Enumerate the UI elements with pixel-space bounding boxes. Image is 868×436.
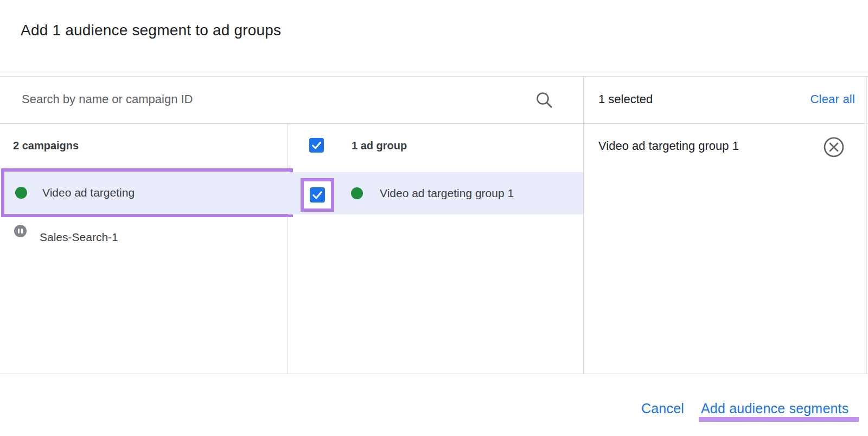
selected-count-label: 1 selected <box>598 92 653 106</box>
clear-all-button[interactable]: Clear all <box>810 92 856 106</box>
campaigns-count-header: 2 campaigns <box>13 140 79 152</box>
dialog-title: Add 1 audience segment to ad groups <box>21 22 281 39</box>
header-row-divider <box>0 123 868 124</box>
panel-right-border <box>866 77 867 374</box>
checkmark-icon <box>309 138 324 153</box>
paused-status-icon <box>14 225 27 237</box>
remove-selected-item-button[interactable] <box>822 136 845 159</box>
campaign-name: Video ad targeting <box>42 172 135 214</box>
enabled-status-icon <box>351 187 363 199</box>
enabled-status-icon <box>15 187 27 199</box>
search-input[interactable] <box>21 86 498 113</box>
panel-top-border <box>0 76 868 77</box>
panel-bottom-border <box>0 374 868 374</box>
annotation-highlight-campaign-row: Video ad targeting <box>1 168 293 217</box>
annotation-highlight-checkbox <box>301 178 334 212</box>
selected-item-label: Video ad targeting group 1 <box>598 139 739 153</box>
ad-group-name: Video ad targeting group 1 <box>380 172 514 214</box>
campaign-row-video-ad-targeting[interactable]: Video ad targeting <box>4 172 290 214</box>
ad-group-checkbox[interactable] <box>310 187 325 203</box>
checkmark-icon <box>310 187 325 203</box>
campaign-row-sales-search-1[interactable]: Sales-Search-1 <box>2 218 284 256</box>
cancel-button[interactable]: Cancel <box>641 401 684 416</box>
campaigns-adgroups-divider <box>288 124 288 374</box>
select-all-ad-groups-checkbox[interactable] <box>309 138 324 153</box>
search-icon <box>535 91 553 109</box>
annotation-underline-submit <box>699 417 859 422</box>
add-audience-segments-button[interactable]: Add audience segments <box>701 401 848 416</box>
ad-groups-count-header: 1 ad group <box>352 140 407 152</box>
adgroups-selected-divider <box>583 77 584 374</box>
title-divider <box>0 72 868 72</box>
campaign-name: Sales-Search-1 <box>40 218 118 256</box>
